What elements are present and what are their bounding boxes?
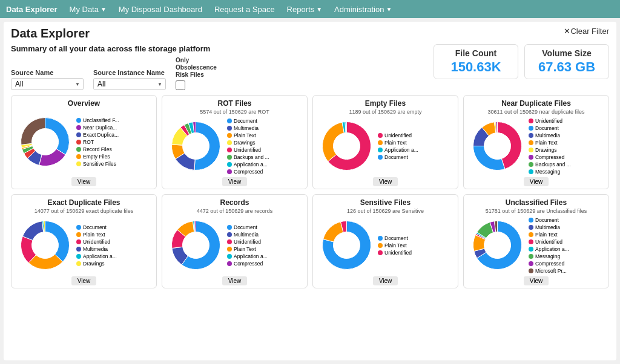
legend-label-1-0: Document [234, 118, 257, 124]
source-instance-select[interactable]: All [93, 78, 166, 90]
legend-label-5-4: Application a... [234, 253, 268, 259]
chart-view-button-7[interactable]: View [524, 276, 549, 285]
legend-item-3-0: Unidentified [529, 118, 571, 124]
legend-dot-3-4 [529, 148, 533, 152]
legend-label-3-2: Multimedia [535, 132, 560, 138]
legend-label-6-2: Unidentified [384, 250, 412, 256]
legend-item-6-0: Document [378, 235, 412, 241]
legend-label-3-7: Messaging [535, 169, 560, 175]
legend-dot-7-0 [529, 218, 533, 223]
chart-subtitle-2: 1189 out of 150629 are empty [318, 109, 453, 115]
chart-view-button-6[interactable]: View [373, 276, 398, 285]
legend-item-7-1: Multimedia [529, 224, 569, 230]
chart-title-0: Overview [16, 99, 151, 108]
legend-dot-1-4 [227, 148, 232, 152]
legend-item-3-7: Messaging [529, 169, 571, 175]
chart-body-4: DocumentPlain TextUnidentifiedMultimedia… [16, 216, 151, 274]
nav-my-disposal-dashboard[interactable]: My Disposal Dashboard [119, 5, 202, 14]
legend-label-3-1: Document [535, 125, 559, 131]
source-instance-filter: Source Instance Name All [93, 69, 166, 90]
legend-item-4-1: Plain Text [76, 232, 117, 238]
source-name-select-wrapper[interactable]: All [11, 78, 84, 90]
nav-administration[interactable]: Administration ▼ [334, 5, 392, 14]
legend-item-1-7: Compressed [227, 169, 269, 175]
chart-view-button-2[interactable]: View [373, 177, 398, 186]
legend-label-7-6: Compressed [535, 261, 564, 267]
legend-item-3-4: Drawings [529, 147, 571, 153]
chart-view-button-1[interactable]: View [222, 177, 248, 186]
legend-item-0-2: Exact Duplica... [76, 132, 119, 138]
chart-view-button-4[interactable]: View [71, 276, 97, 285]
legend-item-1-3: Drawings [227, 140, 269, 146]
source-instance-select-wrapper[interactable]: All [93, 78, 166, 90]
legend-dot-2-0 [378, 133, 383, 138]
legend-item-4-5: Drawings [76, 261, 117, 267]
chart-legend-6: DocumentPlain TextUnidentified [378, 235, 412, 256]
legend-label-3-0: Unidentified [535, 118, 562, 124]
legend-dot-6-2 [378, 250, 383, 255]
legend-item-7-7: Microsoft Pr... [529, 268, 569, 274]
legend-item-0-5: Empty Files [76, 154, 119, 160]
volume-size-card: Volume Size 67.63 GB [524, 44, 609, 79]
legend-dot-2-2 [378, 148, 383, 152]
chart-legend-2: UnidentifiedPlain TextApplication a...Do… [378, 132, 418, 160]
legend-dot-1-5 [227, 155, 232, 160]
legend-item-5-4: Application a... [227, 253, 268, 259]
legend-item-6-1: Plain Text [378, 242, 412, 249]
nav-data-explorer[interactable]: Data Explorer [6, 5, 58, 14]
legend-item-7-5: Messaging [529, 253, 569, 259]
legend-label-7-7: Microsoft Pr... [535, 268, 567, 274]
chart-card-0: OverviewUnclassified F...Near Duplica...… [11, 95, 157, 189]
legend-label-0-6: Sensitive Files [83, 161, 116, 167]
legend-item-5-1: Multimedia [227, 232, 268, 238]
top-section: Summary of all your data across file sto… [11, 44, 609, 90]
chart-svg-4 [16, 216, 74, 274]
legend-dot-1-1 [227, 126, 232, 131]
chart-card-5: Records4472 out of 150629 are recordsDoc… [162, 194, 308, 288]
chart-title-5: Records [167, 198, 302, 207]
chart-view-button-0[interactable]: View [71, 177, 97, 186]
legend-label-1-6: Application a... [234, 161, 268, 167]
legend-item-4-3: Multimedia [76, 246, 117, 252]
legend-item-4-0: Document [76, 224, 117, 230]
legend-dot-4-2 [76, 239, 81, 244]
legend-label-7-4: Application a... [535, 246, 569, 252]
chart-title-7: Unclassified Files [469, 198, 604, 207]
legend-dot-0-6 [76, 161, 81, 166]
chart-subtitle-6: 126 out of 150629 are Sensitive [318, 208, 453, 214]
clear-filter-button[interactable]: ✕Clear Filter [564, 27, 609, 36]
legend-item-1-4: Unidentified [227, 147, 269, 153]
chart-view-button-3[interactable]: View [524, 177, 549, 186]
legend-item-7-4: Application a... [529, 246, 569, 252]
source-name-select[interactable]: All [11, 78, 84, 90]
chart-view-button-5[interactable]: View [222, 276, 248, 285]
legend-item-7-6: Compressed [529, 261, 569, 267]
legend-label-4-0: Document [83, 224, 107, 230]
legend-label-0-3: ROT [83, 139, 94, 145]
legend-label-2-3: Document [384, 154, 408, 160]
legend-label-1-4: Unidentified [234, 147, 261, 153]
chart-legend-3: UnidentifiedDocumentMultimediaPlain Text… [529, 118, 571, 175]
legend-dot-7-1 [529, 225, 533, 230]
nav-my-data[interactable]: My Data ▼ [70, 5, 107, 14]
legend-dot-3-2 [529, 133, 533, 138]
legend-label-1-5: Backups and ... [234, 154, 269, 160]
nav-request-a-space[interactable]: Request a Space [214, 5, 275, 14]
legend-item-5-3: Plain Text [227, 246, 268, 252]
legend-label-6-1: Plain Text [384, 242, 407, 249]
chart-card-6: Sensitive Files126 out of 150629 are Sen… [312, 194, 458, 288]
legend-label-4-2: Unidentified [83, 239, 110, 245]
top-navigation: Data Explorer My Data ▼ My Disposal Dash… [0, 0, 620, 18]
obsolescence-checkbox[interactable] [176, 80, 185, 90]
legend-dot-7-6 [529, 261, 533, 266]
admin-chevron: ▼ [386, 6, 392, 13]
legend-item-3-3: Plain Text [529, 140, 571, 146]
legend-item-0-1: Near Duplica... [76, 125, 119, 131]
legend-label-3-4: Drawings [535, 147, 556, 153]
legend-item-0-6: Sensitive Files [76, 161, 119, 167]
chart-body-0: Unclassified F...Near Duplica...Exact Du… [16, 109, 151, 175]
legend-dot-0-5 [76, 154, 81, 159]
chart-subtitle-3: 30611 out of 150629 near duplicate files [469, 109, 604, 115]
legend-dot-0-0 [76, 118, 81, 123]
nav-reports[interactable]: Reports ▼ [287, 5, 322, 14]
